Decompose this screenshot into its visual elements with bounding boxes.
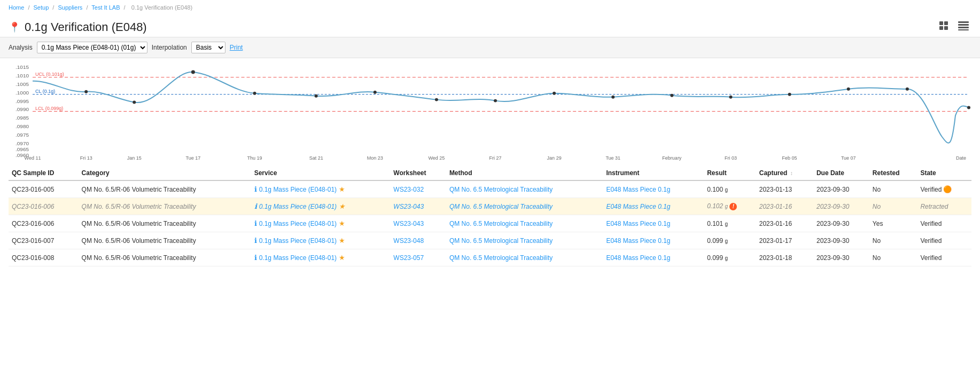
svg-point-41 [967,106,970,109]
svg-text:LCL (0.099g): LCL (0.099g) [35,106,63,111]
cell-instrument[interactable]: E048 Mass Piece 0.1g [603,180,704,198]
breadcrumb-setup[interactable]: Setup [34,4,49,11]
cell-service[interactable]: ℹ0.1g Mass Piece (E048-01)★ [251,249,391,266]
cell-state: Verified 🟠 [917,180,971,198]
svg-text:Wed 25: Wed 25 [428,155,445,161]
grid-view-button[interactable] [936,19,951,35]
cell-state: Retracted [917,198,971,215]
col-result: Result [704,165,756,180]
cell-instrument[interactable]: E048 Mass Piece 0.1g [603,249,704,266]
cell-sample-id: QC23-016-006 [9,198,79,215]
info-icon: ℹ [254,254,257,262]
cell-result: 0.102 g ! [704,198,756,215]
cell-result: 0.100 g [704,180,756,198]
cell-result: 0.099 g [704,249,756,266]
cell-worksheet[interactable]: WS23-032 [390,180,446,198]
svg-text:Jan 29: Jan 29 [547,155,562,161]
col-captured[interactable]: Captured ↕ [756,165,813,180]
col-due-date: Due Date [813,165,869,180]
service-link[interactable]: 0.1g Mass Piece (E048-01) [259,186,337,193]
info-icon: ℹ [254,185,257,193]
cell-result: 0.099 g [704,232,756,249]
breadcrumb-home[interactable]: Home [9,4,24,11]
method-link[interactable]: QM No. 6.5 Metrological Traceability [449,186,553,193]
service-link[interactable]: 0.1g Mass Piece (E048-01) [259,254,337,262]
method-link[interactable]: QM No. 6.5 Metrological Traceability [449,220,553,227]
svg-rect-0 [939,21,943,25]
worksheet-link[interactable]: WS23-057 [393,254,424,262]
breadcrumb-suppliers[interactable]: Suppliers [58,4,82,11]
cell-service[interactable]: ℹ0.1g Mass Piece (E048-01)★ [251,198,391,215]
breadcrumb-current: 0.1g Verification (E048) [131,4,192,11]
cell-due-date: 2023-09-30 [813,232,869,249]
cell-method[interactable]: QM No. 6.5 Metrological Traceability [446,180,603,198]
cell-category: QM No. 6.5/R-06 Volumetric Traceability [79,215,251,232]
info-icon: ℹ [254,219,257,227]
cell-retested: No [869,180,917,198]
cell-state: Verified [917,249,971,266]
table-row[interactable]: QC23-016-005QM No. 6.5/R-06 Volumetric T… [9,180,971,198]
svg-text:Fri 03: Fri 03 [725,155,737,161]
instrument-link[interactable]: E048 Mass Piece 0.1g [606,220,670,227]
svg-rect-1 [944,21,948,25]
cell-service[interactable]: ℹ0.1g Mass Piece (E048-01)★ [251,232,391,249]
svg-text:Tue 31: Tue 31 [605,155,620,161]
table-row[interactable]: QC23-016-006QM No. 6.5/R-06 Volumetric T… [9,215,971,232]
analysis-select[interactable]: 0.1g Mass Piece (E048-01) (01g) [37,42,147,53]
svg-text:Tue 07: Tue 07 [841,155,856,161]
service-link[interactable]: 0.1g Mass Piece (E048-01) [259,203,337,210]
svg-point-39 [847,88,850,91]
table-row[interactable]: QC23-016-008QM No. 6.5/R-06 Volumetric T… [9,249,971,266]
analysis-label: Analysis [9,44,33,51]
method-link[interactable]: QM No. 6.5 Metrological Traceability [449,203,553,210]
cell-worksheet[interactable]: WS23-057 [390,249,446,266]
svg-text:Date: Date [956,155,966,161]
cell-worksheet[interactable]: WS23-048 [390,232,446,249]
instrument-link[interactable]: E048 Mass Piece 0.1g [606,203,670,210]
page-header: 📍 0.1g Verification (E048) [0,15,980,37]
svg-text:.1005: .1005 [15,81,29,87]
table-header: QC Sample ID Category Service Worksheet … [9,165,971,180]
svg-text:.0980: .0980 [15,123,29,129]
service-link[interactable]: 0.1g Mass Piece (E048-01) [259,237,337,245]
cell-method[interactable]: QM No. 6.5 Metrological Traceability [446,249,603,266]
cell-service[interactable]: ℹ0.1g Mass Piece (E048-01)★ [251,215,391,232]
instrument-link[interactable]: E048 Mass Piece 0.1g [606,186,670,193]
cell-service[interactable]: ℹ0.1g Mass Piece (E048-01)★ [251,180,391,198]
method-link[interactable]: QM No. 6.5 Metrological Traceability [449,254,553,262]
cell-captured: 2023-01-16 [756,215,813,232]
table-row[interactable]: QC23-016-006QM No. 6.5/R-06 Volumetric T… [9,198,971,215]
method-link[interactable]: QM No. 6.5 Metrological Traceability [449,237,553,245]
instrument-link[interactable]: E048 Mass Piece 0.1g [606,237,670,245]
breadcrumb-testlab[interactable]: Test It LAB [91,4,120,11]
worksheet-link[interactable]: WS23-048 [393,237,424,245]
cell-worksheet[interactable]: WS23-043 [390,215,446,232]
cell-instrument[interactable]: E048 Mass Piece 0.1g [603,215,704,232]
cell-instrument[interactable]: E048 Mass Piece 0.1g [603,198,704,215]
cell-captured: 2023-01-13 [756,180,813,198]
interpolation-select[interactable]: Basis Linear Spline [191,42,225,53]
svg-point-35 [611,96,615,99]
table-row[interactable]: QC23-016-007QM No. 6.5/R-06 Volumetric T… [9,232,971,249]
info-icon: ℹ [254,202,257,210]
cell-category: QM No. 6.5/R-06 Volumetric Traceability [79,198,251,215]
svg-point-31 [374,91,377,94]
table-body: QC23-016-005QM No. 6.5/R-06 Volumetric T… [9,180,971,266]
svg-point-34 [553,92,556,95]
service-link[interactable]: 0.1g Mass Piece (E048-01) [259,220,337,227]
instrument-link[interactable]: E048 Mass Piece 0.1g [606,254,670,262]
cell-method[interactable]: QM No. 6.5 Metrological Traceability [446,215,603,232]
cell-method[interactable]: QM No. 6.5 Metrological Traceability [446,198,603,215]
cell-method[interactable]: QM No. 6.5 Metrological Traceability [446,232,603,249]
cell-captured: 2023-01-16 [756,198,813,215]
cell-instrument[interactable]: E048 Mass Piece 0.1g [603,232,704,249]
cell-worksheet[interactable]: WS23-043 [390,198,446,215]
worksheet-link[interactable]: WS23-043 [393,220,424,227]
worksheet-link[interactable]: WS23-032 [393,186,424,193]
svg-text:.1000: .1000 [15,90,29,96]
star-icon: ★ [339,219,345,227]
table-view-button[interactable] [955,20,971,34]
worksheet-link[interactable]: WS23-043 [393,203,424,210]
svg-rect-6 [958,27,969,28]
print-button[interactable]: Print [230,44,243,51]
